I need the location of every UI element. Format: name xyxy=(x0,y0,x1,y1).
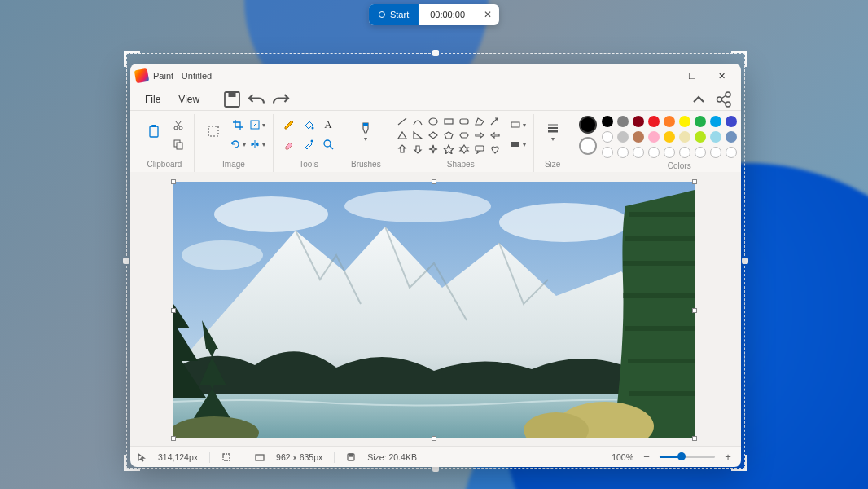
color-swatch[interactable] xyxy=(726,116,737,127)
title-bar[interactable]: Paint - Untitled — ☐ ✕ xyxy=(130,64,741,88)
canvas-handle[interactable] xyxy=(171,308,176,313)
color-swatch-empty[interactable] xyxy=(633,147,644,158)
shape-4star[interactable] xyxy=(426,143,441,155)
shape-rect[interactable] xyxy=(441,116,456,127)
color-swatch-empty[interactable] xyxy=(726,147,737,158)
copy-button[interactable] xyxy=(169,135,187,153)
frame-handle-left[interactable] xyxy=(123,258,129,264)
color-swatch-empty[interactable] xyxy=(695,147,706,158)
canvas[interactable] xyxy=(173,182,695,438)
canvas-area[interactable] xyxy=(130,172,741,446)
canvas-handle[interactable] xyxy=(692,308,697,313)
shape-outline-button[interactable]: ▾ xyxy=(509,116,527,134)
color-swatch[interactable] xyxy=(664,131,675,143)
shape-arrow-d[interactable] xyxy=(410,143,425,155)
color-2-swatch[interactable] xyxy=(579,137,597,155)
color-swatch[interactable] xyxy=(617,131,629,143)
menu-file[interactable]: File xyxy=(138,90,167,108)
shape-heart[interactable] xyxy=(488,143,502,155)
canvas-handle[interactable] xyxy=(432,436,436,441)
shape-curve[interactable] xyxy=(410,116,425,127)
size-button[interactable]: ▾ xyxy=(541,116,565,147)
close-button[interactable]: ✕ xyxy=(707,64,736,87)
color-swatch[interactable] xyxy=(617,116,629,127)
status-file-size: Size: 20.4KB xyxy=(367,452,417,462)
paste-button[interactable] xyxy=(142,116,166,147)
color-swatch-empty[interactable] xyxy=(648,147,660,158)
color-swatch-empty[interactable] xyxy=(664,147,675,158)
undo-button[interactable] xyxy=(247,90,266,109)
color-swatch[interactable] xyxy=(633,116,644,127)
select-button[interactable] xyxy=(201,116,226,147)
shape-oval[interactable] xyxy=(426,116,441,127)
color-swatch-empty[interactable] xyxy=(679,147,690,158)
shape-line[interactable] xyxy=(395,116,410,127)
zoom-in-button[interactable]: + xyxy=(721,451,734,463)
canvas-handle[interactable] xyxy=(171,436,176,441)
shape-6star[interactable] xyxy=(457,143,471,155)
text-tool[interactable]: A xyxy=(319,116,337,134)
color-swatch[interactable] xyxy=(679,116,690,127)
svg-point-25 xyxy=(344,190,491,222)
color-swatch[interactable] xyxy=(726,131,737,143)
color-swatch[interactable] xyxy=(679,131,690,143)
color-swatch[interactable] xyxy=(695,131,706,143)
zoom-slider[interactable] xyxy=(660,456,715,458)
maximize-button[interactable]: ☐ xyxy=(677,64,707,87)
flip-button[interactable]: ▾ xyxy=(248,135,266,153)
color-swatch-empty[interactable] xyxy=(617,147,629,158)
eraser-tool[interactable] xyxy=(280,135,298,153)
canvas-handle[interactable] xyxy=(432,179,436,184)
status-zoom: 100% xyxy=(612,452,633,462)
pencil-tool[interactable] xyxy=(280,116,298,134)
shape-polygon[interactable] xyxy=(472,116,487,127)
shape-arrow-r[interactable] xyxy=(472,130,487,141)
shape-arrow-u[interactable] xyxy=(395,143,410,155)
eyedropper-tool[interactable] xyxy=(300,135,318,153)
color-swatch[interactable] xyxy=(648,116,660,127)
rotate-button[interactable]: ▾ xyxy=(229,135,247,153)
save-button[interactable] xyxy=(222,90,242,109)
shape-arrow[interactable] xyxy=(488,116,502,127)
cut-button[interactable] xyxy=(169,116,187,134)
shape-pentagon[interactable] xyxy=(441,130,456,141)
fill-tool[interactable] xyxy=(300,116,318,134)
canvas-handle[interactable] xyxy=(692,436,697,441)
svg-point-7 xyxy=(174,126,178,130)
resize-button[interactable]: ▾ xyxy=(248,116,266,134)
collapse-ribbon-button[interactable] xyxy=(689,90,708,109)
color-swatch[interactable] xyxy=(648,131,660,143)
canvas-handle[interactable] xyxy=(171,179,176,184)
shape-fill-button[interactable]: ▾ xyxy=(509,135,527,153)
brushes-button[interactable]: ▾ xyxy=(353,116,378,147)
color-swatch[interactable] xyxy=(695,116,706,127)
canvas-handle[interactable] xyxy=(692,179,697,184)
minimize-button[interactable]: — xyxy=(648,64,677,87)
color-swatch-empty[interactable] xyxy=(602,147,613,158)
shape-triangle[interactable] xyxy=(395,130,410,141)
color-swatch[interactable] xyxy=(633,131,644,143)
crop-button[interactable] xyxy=(229,116,247,134)
color-swatch[interactable] xyxy=(664,116,675,127)
shape-arrow-l[interactable] xyxy=(488,130,502,141)
color-swatch-empty[interactable] xyxy=(710,147,721,158)
shape-right-triangle[interactable] xyxy=(410,130,425,141)
shape-hexagon[interactable] xyxy=(457,130,471,141)
menu-view[interactable]: View xyxy=(172,90,206,108)
shape-diamond[interactable] xyxy=(426,130,441,141)
shapes-gallery[interactable] xyxy=(395,116,502,156)
shape-5star[interactable] xyxy=(441,143,456,155)
recorder-start-button[interactable]: Start xyxy=(369,4,419,25)
color-swatch[interactable] xyxy=(602,116,613,127)
shape-callout[interactable] xyxy=(472,143,487,155)
color-swatch[interactable] xyxy=(710,131,721,143)
color-1-swatch[interactable] xyxy=(579,116,597,134)
zoom-out-button[interactable]: − xyxy=(640,451,653,463)
recorder-close-button[interactable]: ✕ xyxy=(476,9,499,20)
magnifier-tool[interactable] xyxy=(319,135,337,153)
color-swatch[interactable] xyxy=(710,116,721,127)
share-button[interactable] xyxy=(713,90,733,109)
redo-button[interactable] xyxy=(271,90,291,109)
color-swatch[interactable] xyxy=(602,131,613,143)
shape-roundrect[interactable] xyxy=(457,116,471,127)
